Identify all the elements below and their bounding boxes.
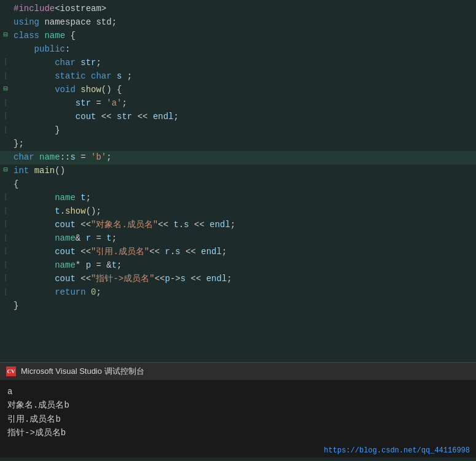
console-output-line: 指针->成员名b <box>7 426 469 440</box>
line-content: name t; <box>11 192 474 205</box>
token-normal: ; <box>106 152 111 162</box>
line-gutter: | <box>0 205 11 217</box>
code-line: | cout <<"引用.成员名"<< r.s << endl; <box>0 246 476 259</box>
token-normal: -> <box>170 274 181 284</box>
code-line: public: <box>0 43 476 56</box>
line-content: int main() <box>11 165 474 178</box>
token-id: endl <box>209 220 230 230</box>
code-line: | cout <<"对象名.成员名"<< t.s << endl; <box>0 219 476 232</box>
code-editor: #include<iostream>using namespace std;⊟c… <box>0 0 476 362</box>
token-normal: ; <box>222 247 227 257</box>
console-title: Microsoft Visual Studio 调试控制台 <box>21 366 144 377</box>
token-normal: << <box>96 112 117 122</box>
token-id: str <box>76 98 91 108</box>
token-cn: name <box>39 152 60 162</box>
line-content: t.show(); <box>11 205 474 219</box>
token-str: 'a' <box>106 98 122 108</box>
token-normal: << <box>76 274 91 284</box>
line-content: } <box>11 124 474 138</box>
token-normal <box>76 58 80 68</box>
token-id: cout <box>55 220 76 230</box>
token-normal: } <box>55 125 60 135</box>
token-id: t <box>106 233 111 243</box>
line-gutter: | <box>0 110 11 122</box>
token-str: 'b' <box>91 152 106 162</box>
code-line: ⊟int main() <box>0 165 476 178</box>
token-kw: int <box>14 166 29 176</box>
token-str: "对象名.成员名" <box>91 220 158 230</box>
token-normal: { <box>14 179 18 189</box>
token-normal: ; <box>96 287 101 297</box>
line-gutter: ⊟ <box>0 165 11 176</box>
token-normal: ; <box>117 260 122 270</box>
token-kw: return <box>55 287 85 297</box>
line-gutter: | <box>0 273 11 284</box>
token-str: "引用.成员名" <box>91 247 149 257</box>
code-line: using namespace std; <box>0 16 476 29</box>
token-kw: void <box>55 85 76 95</box>
line-gutter: | <box>0 286 11 298</box>
token-normal <box>29 166 34 176</box>
token-normal: << <box>149 247 165 257</box>
code-line: | } <box>0 124 476 138</box>
line-gutter: | <box>0 232 11 244</box>
code-line: | return 0; <box>0 286 476 300</box>
line-content: char str; <box>11 56 474 70</box>
code-line: #include<iostream> <box>0 2 476 16</box>
token-fn: show <box>65 206 86 216</box>
line-gutter: | <box>0 219 11 230</box>
token-normal: & <box>76 233 86 243</box>
line-content: using namespace std; <box>11 16 474 29</box>
console-link[interactable]: https://blog.csdn.net/qq_44116998 <box>324 446 470 455</box>
line-content: str = 'a'; <box>11 97 474 110</box>
token-normal: ; <box>112 233 117 243</box>
line-content: name* p = &t; <box>11 259 474 273</box>
token-normal: << <box>132 112 153 122</box>
token-id: s <box>175 247 180 257</box>
token-normal: () { <box>101 85 122 95</box>
token-id: t <box>55 206 60 216</box>
token-normal: = <box>91 98 106 108</box>
code-line: | name& r = t; <box>0 232 476 246</box>
token-fn: main <box>34 166 55 176</box>
token-id: p <box>165 274 170 284</box>
line-content: cout <<"引用.成员名"<< r.s << endl; <box>11 246 474 259</box>
token-kw: char <box>14 152 34 162</box>
code-line: | char str; <box>0 56 476 70</box>
token-id: t <box>173 220 178 230</box>
token-normal: ; <box>173 112 178 122</box>
token-normal: ; <box>122 98 127 108</box>
token-normal: { <box>65 31 76 41</box>
console-footer: https://blog.csdn.net/qq_44116998 <box>0 445 476 457</box>
token-normal <box>76 193 80 203</box>
code-line: { <box>0 178 476 192</box>
token-id: r <box>86 233 91 243</box>
token-id: t <box>112 260 117 270</box>
console-output-line: a <box>7 385 469 398</box>
console-body: a对象名.成员名b引用.成员名b指针->成员名b <box>0 380 476 445</box>
token-pp: #include <box>14 4 55 14</box>
token-cn: name <box>55 260 76 270</box>
token-normal <box>86 287 91 297</box>
token-cn: name <box>55 193 76 203</box>
token-kw: char <box>91 71 112 81</box>
token-normal: . <box>60 206 65 216</box>
code-line: ⊟ void show() { <box>0 83 476 97</box>
token-id: cout <box>55 247 76 257</box>
line-content: cout << str << endl; <box>11 110 474 124</box>
token-normal: }; <box>14 139 24 149</box>
token-normal: <iostream> <box>55 4 106 14</box>
token-normal: << <box>76 247 91 257</box>
token-id: s <box>184 220 189 230</box>
token-kw: public <box>34 44 65 54</box>
line-content: char name::s = 'b'; <box>11 151 474 165</box>
code-line: | t.show(); <box>0 205 476 219</box>
line-gutter: | <box>0 124 11 136</box>
code-line: | cout << str << endl; <box>0 110 476 124</box>
token-cn: name <box>44 31 65 41</box>
token-str: "指针->成员名" <box>91 274 155 284</box>
console-output-line: 对象名.成员名b <box>7 398 469 412</box>
line-content: }; <box>11 138 474 151</box>
token-id: str <box>117 112 132 122</box>
token-id: s <box>181 274 185 284</box>
